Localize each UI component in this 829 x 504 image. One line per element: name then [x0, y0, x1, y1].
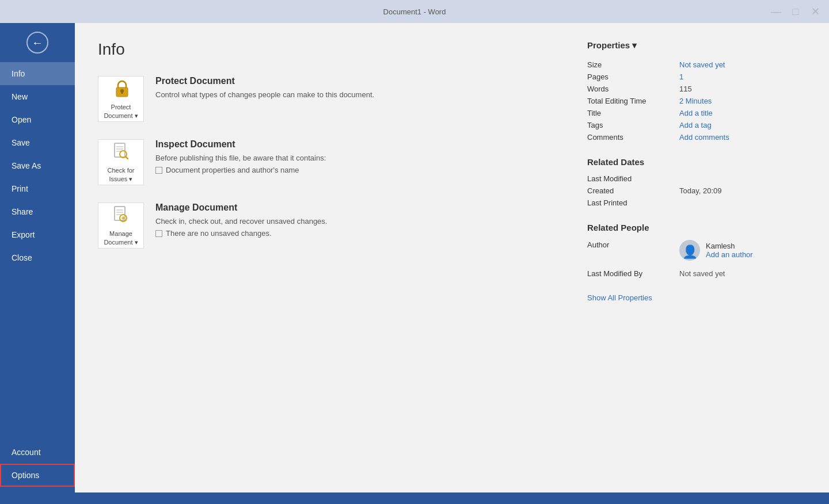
sidebar-bottom: Account Options	[0, 441, 75, 492]
protect-document-heading: Protect Document	[155, 76, 374, 86]
author-avatar: 👤	[679, 240, 700, 261]
prop-label-title: Title	[587, 107, 679, 119]
prop-row-comments: Comments Add comments	[587, 131, 806, 143]
people-label-last-modified-by: Last Modified By	[587, 267, 679, 280]
author-row: 👤 Kamlesh Add an author	[679, 240, 806, 261]
maximize-icon: □	[786, 2, 805, 21]
manage-document-button[interactable]: ManageDocument ▾	[98, 203, 144, 249]
sidebar-item-open[interactable]: Open	[0, 108, 75, 131]
protect-document-description: Control what types of changes people can…	[155, 90, 374, 100]
manage-document-text: Manage Document Check in, check out, and…	[155, 203, 327, 238]
content-area: Info ProtectDocument ▾	[75, 23, 829, 492]
prop-row-title: Title Add a title	[587, 107, 806, 119]
manage-document-description: Check in, check out, and recover unsaved…	[155, 216, 327, 227]
inspect-document-heading: Inspect Document	[155, 139, 326, 150]
date-value-created: Today, 20:09	[679, 185, 806, 197]
sidebar-item-options[interactable]: Options	[0, 464, 75, 487]
svg-rect-2	[121, 91, 123, 94]
check-issues-icon-label: Check forIssues ▾	[107, 166, 134, 183]
date-row-last-modified: Last Modified	[587, 173, 806, 185]
back-circle-icon: ←	[26, 32, 48, 54]
lock-icon	[112, 78, 130, 101]
inspect-document-card: Check forIssues ▾ Inspect Document Befor…	[98, 139, 553, 185]
sidebar-item-new[interactable]: New	[0, 85, 75, 108]
date-value-last-printed	[679, 197, 806, 209]
sidebar-item-export[interactable]: Export	[0, 223, 75, 246]
inspect-sub-text: Document properties and author's name	[166, 166, 299, 174]
prop-label-size: Size	[587, 59, 679, 71]
prop-row-editing-time: Total Editing Time 2 Minutes	[587, 95, 806, 107]
date-value-last-modified	[679, 173, 806, 185]
sidebar-spacer	[0, 269, 75, 441]
sidebar-item-info[interactable]: Info	[0, 62, 75, 85]
prop-value-title[interactable]: Add a title	[679, 109, 713, 117]
info-page: Info ProtectDocument ▾	[75, 23, 829, 492]
related-dates-header: Related Dates	[587, 157, 806, 167]
prop-value-tags[interactable]: Add a tag	[679, 121, 712, 129]
sidebar-item-save[interactable]: Save	[0, 131, 75, 154]
manage-icon-label: ManageDocument ▾	[104, 230, 138, 246]
properties-header[interactable]: Properties ▾	[587, 40, 806, 51]
prop-value-words: 115	[679, 83, 806, 95]
back-button[interactable]: ←	[0, 23, 75, 62]
show-all-properties-link[interactable]: Show All Properties	[587, 293, 806, 302]
protect-icon-label: ProtectDocument ▾	[104, 103, 138, 120]
title-bar-icons: — □ ✕	[767, 0, 829, 23]
prop-label-tags: Tags	[587, 119, 679, 131]
sidebar-item-share[interactable]: Share	[0, 200, 75, 223]
manage-document-heading: Manage Document	[155, 203, 327, 213]
sidebar-item-print[interactable]: Print	[0, 177, 75, 200]
manage-document-card: ManageDocument ▾ Manage Document Check i…	[98, 203, 553, 249]
add-author-link[interactable]: Add an author	[706, 250, 753, 259]
inspect-icon	[112, 142, 130, 164]
people-label-author: Author	[587, 238, 679, 267]
manage-sub-text: There are no unsaved changes.	[166, 229, 272, 238]
prop-value-comments[interactable]: Add comments	[679, 133, 729, 142]
sidebar-item-account[interactable]: Account	[0, 441, 75, 464]
minimize-icon: —	[767, 2, 785, 21]
left-panel: Info ProtectDocument ▾	[98, 40, 553, 475]
bottom-bar	[0, 492, 829, 504]
prop-value-size[interactable]: Not saved yet	[679, 60, 725, 69]
prop-value-pages[interactable]: 1	[679, 72, 683, 81]
inspect-document-text: Inspect Document Before publishing this …	[155, 139, 326, 174]
date-label-last-modified: Last Modified	[587, 173, 679, 185]
page-title: Info	[98, 40, 553, 59]
manage-checkbox-icon	[155, 230, 162, 237]
people-row-last-modified-by: Last Modified By Not saved yet	[587, 267, 806, 280]
prop-label-pages: Pages	[587, 71, 679, 83]
protect-document-card: ProtectDocument ▾ Protect Document Contr…	[98, 76, 553, 122]
date-row-last-printed: Last Printed	[587, 197, 806, 209]
prop-row-pages: Pages 1	[587, 71, 806, 83]
prop-value-editing-time[interactable]: 2 Minutes	[679, 97, 712, 105]
prop-row-size: Size Not saved yet	[587, 59, 806, 71]
avatar-person-icon: 👤	[682, 245, 698, 259]
date-label-created: Created	[587, 185, 679, 197]
app-body: ← Info New Open Save Save As Print Share	[0, 23, 829, 492]
prop-label-editing-time: Total Editing Time	[587, 95, 679, 107]
prop-label-words: Words	[587, 83, 679, 95]
svg-line-8	[126, 157, 128, 159]
sidebar-nav: Info New Open Save Save As Print Share E…	[0, 62, 75, 492]
related-dates-table: Last Modified Created Today, 20:09 Last …	[587, 173, 806, 209]
inspect-sub-item: Document properties and author's name	[155, 166, 326, 174]
check-issues-button[interactable]: Check forIssues ▾	[98, 139, 144, 185]
people-value-last-modified-by: Not saved yet	[679, 267, 806, 280]
sidebar-item-save-as[interactable]: Save As	[0, 154, 75, 177]
manage-icon	[112, 205, 130, 227]
people-row-author: Author 👤 Kamlesh Add an author	[587, 238, 806, 267]
protect-document-button[interactable]: ProtectDocument ▾	[98, 76, 144, 122]
right-panel: Properties ▾ Size Not saved yet Pages 1 …	[587, 40, 806, 475]
prop-row-words: Words 115	[587, 83, 806, 95]
author-info: Kamlesh Add an author	[706, 242, 753, 259]
prop-row-tags: Tags Add a tag	[587, 119, 806, 131]
inspect-document-description: Before publishing this file, be aware th…	[155, 153, 326, 163]
manage-sub-item: There are no unsaved changes.	[155, 229, 327, 238]
document-title: Document1 - Word	[383, 7, 446, 16]
sidebar-item-close[interactable]: Close	[0, 246, 75, 269]
properties-title: Properties ▾	[587, 40, 637, 51]
close-icon: ✕	[806, 2, 824, 21]
title-bar: Document1 - Word — □ ✕	[0, 0, 829, 23]
sidebar: ← Info New Open Save Save As Print Share	[0, 23, 75, 492]
date-row-created: Created Today, 20:09	[587, 185, 806, 197]
